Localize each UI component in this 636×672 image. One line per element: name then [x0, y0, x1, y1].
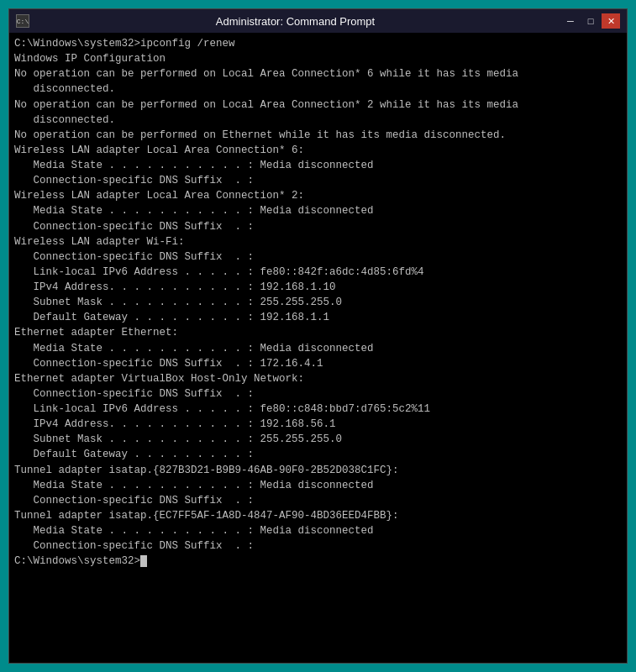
terminal-line: IPv4 Address. . . . . . . . . . . : 192.… — [14, 280, 622, 295]
terminal-line: Connection-specific DNS Suffix . : — [14, 538, 622, 554]
cursor — [140, 555, 147, 567]
icon-label: C:\ — [17, 18, 29, 25]
terminal-line: No operation can be performed on Local A… — [14, 66, 622, 81]
maximize-button[interactable]: □ — [581, 13, 600, 29]
terminal-line: disconnected. — [14, 81, 622, 97]
terminal-line: Connection-specific DNS Suffix . : — [14, 249, 622, 265]
terminal-line: No operation can be performed on Local A… — [14, 97, 622, 113]
terminal-line: Link-local IPv6 Address . . . . . : fe80… — [14, 265, 622, 280]
terminal-line: Media State . . . . . . . . . . . : Medi… — [14, 158, 622, 173]
terminal-line: Wireless LAN adapter Local Area Connecti… — [14, 143, 622, 158]
terminal-line: No operation can be performed on Etherne… — [14, 128, 622, 143]
terminal-line: Tunnel adapter isatap.{EC7FF5AF-1A8D-484… — [14, 508, 622, 523]
terminal-line: Connection-specific DNS Suffix . : — [14, 386, 622, 402]
terminal-line: Wireless LAN adapter Wi-Fi: — [14, 234, 622, 249]
terminal-line: Wireless LAN adapter Local Area Connecti… — [14, 188, 622, 203]
terminal-line: disconnected. — [14, 113, 622, 128]
terminal-line: Connection-specific DNS Suffix . : — [14, 493, 622, 508]
titlebar: C:\ Administrator: Command Prompt ─ □ ✕ — [9, 9, 627, 33]
terminal-line: Default Gateway . . . . . . . . . : 192.… — [14, 310, 622, 325]
terminal-line: Connection-specific DNS Suffix . : — [14, 219, 622, 234]
terminal-line: C:\Windows\system32>ipconfig /renew — [14, 36, 622, 51]
terminal-line: Connection-specific DNS Suffix . : 172.1… — [14, 356, 622, 371]
terminal-line: Media State . . . . . . . . . . . : Medi… — [14, 341, 622, 356]
terminal-line: Ethernet adapter Ethernet: — [14, 325, 622, 340]
terminal-line: IPv4 Address. . . . . . . . . . . : 192.… — [14, 417, 622, 432]
window-controls: ─ □ ✕ — [561, 13, 620, 29]
terminal-line: Ethernet adapter VirtualBox Host-Only Ne… — [14, 371, 622, 386]
terminal-line: Windows IP Configuration — [14, 51, 622, 66]
terminal-line: Subnet Mask . . . . . . . . . . . : 255.… — [14, 295, 622, 310]
minimize-button[interactable]: ─ — [561, 13, 580, 29]
window-icon: C:\ — [16, 14, 29, 28]
close-button[interactable]: ✕ — [602, 13, 620, 29]
terminal-line: Default Gateway . . . . . . . . . : — [14, 447, 622, 462]
terminal-line: Link-local IPv6 Address . . . . . : fe80… — [14, 402, 622, 417]
command-prompt-window: C:\ Administrator: Command Prompt ─ □ ✕ … — [8, 8, 628, 664]
terminal-line: Media State . . . . . . . . . . . : Medi… — [14, 203, 622, 218]
terminal-line: Media State . . . . . . . . . . . : Medi… — [14, 523, 622, 538]
terminal-line: Subnet Mask . . . . . . . . . . . : 255.… — [14, 432, 622, 447]
terminal-line: Media State . . . . . . . . . . . : Medi… — [14, 478, 622, 493]
window-title: Administrator: Command Prompt — [29, 15, 561, 28]
terminal-output[interactable]: C:\Windows\system32>ipconfig /renewWindo… — [9, 33, 627, 663]
terminal-line: C:\Windows\system32> — [14, 554, 622, 569]
terminal-line: Connection-specific DNS Suffix . : — [14, 173, 622, 188]
terminal-line: Tunnel adapter isatap.{827B3D21-B9B9-46A… — [14, 463, 622, 478]
